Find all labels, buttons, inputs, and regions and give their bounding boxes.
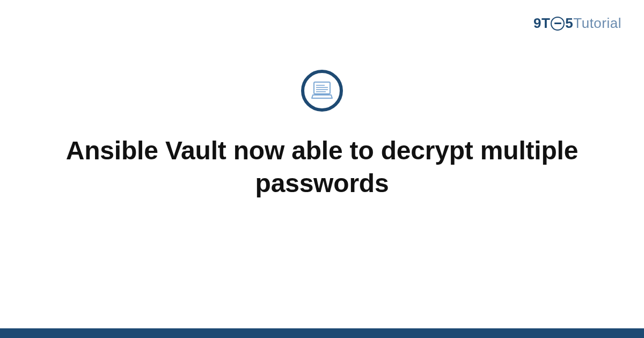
brand-circle-bar	[554, 23, 561, 24]
brand-text-tutorial: Tutorial	[573, 15, 621, 32]
brand-logo: 9T 5 Tutorial	[533, 15, 621, 32]
brand-circle-icon	[551, 17, 565, 31]
main-content: Ansible Vault now able to decrypt multip…	[0, 70, 644, 200]
laptop-icon-badge	[301, 70, 343, 112]
footer-accent-bar	[0, 328, 644, 338]
brand-text-5: 5	[565, 15, 573, 32]
brand-text-9t: 9T	[533, 15, 550, 32]
page-title: Ansible Vault now able to decrypt multip…	[64, 134, 580, 200]
laptop-icon	[311, 81, 333, 100]
